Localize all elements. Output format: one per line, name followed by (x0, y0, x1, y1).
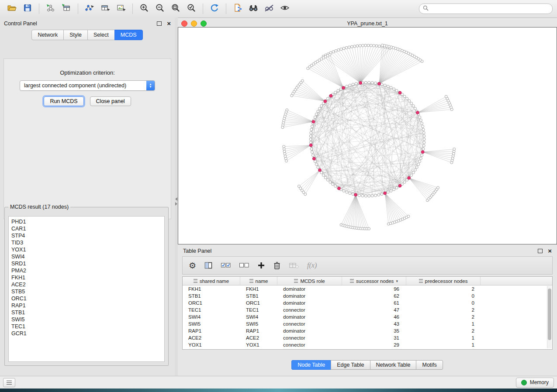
mcds-result-list[interactable]: PHD1CAR1STP4TID3YOX1SWI4SRD1PMA2FKH1ACE2… (8, 216, 165, 362)
tab-motifs[interactable]: Motifs (416, 360, 443, 370)
close-panel-button[interactable]: Close panel (90, 96, 131, 106)
table-cell: TEC1 (183, 307, 240, 313)
table-cell: 96 (342, 286, 406, 292)
zoom-selected-button[interactable] (184, 2, 199, 15)
close-panel-icon[interactable]: × (167, 21, 171, 26)
table-cell: YOX1 (240, 342, 277, 347)
save-button[interactable] (20, 2, 35, 15)
table-cell: RAP1 (240, 328, 277, 334)
table-vertical-scrollbar[interactable] (547, 286, 552, 348)
panel-splitter[interactable] (175, 17, 178, 376)
scrollbar-thumb[interactable] (548, 289, 551, 340)
table-cell: 62 (342, 293, 406, 299)
mcds-result-item[interactable]: STB5 (11, 288, 164, 295)
mcds-result-item[interactable]: YOX1 (11, 246, 164, 253)
column-header-name[interactable]: name (240, 277, 277, 285)
run-mcds-button[interactable]: Run MCDS (44, 96, 83, 106)
mcds-result-item[interactable]: ACE2 (11, 281, 164, 288)
table-cell: FKH1 (183, 286, 240, 292)
export-table-button[interactable] (98, 2, 113, 15)
table-row[interactable]: TEC1TEC1connector472 (183, 306, 552, 313)
sort-chevron-icon[interactable]: ▾ (396, 279, 398, 283)
table-row[interactable]: ACE2ACE2connector311 (183, 334, 552, 341)
delete-row-trash-icon[interactable] (273, 260, 281, 271)
table-row[interactable]: SWI5SWI5connector431 (183, 320, 552, 327)
splitter-collapse-icon[interactable] (175, 197, 178, 206)
control-panel-title: Control Panel (4, 21, 37, 27)
memory-button[interactable]: Memory (516, 378, 554, 388)
close-window-icon[interactable] (181, 21, 187, 27)
mcds-result-item[interactable]: GCR1 (11, 330, 164, 337)
table-row[interactable]: SWI4SWI4dominator462 (183, 313, 552, 320)
float-window-icon[interactable] (157, 21, 162, 26)
mcds-result-item[interactable]: CAR1 (11, 225, 164, 232)
mcds-result-item[interactable]: STP4 (11, 232, 164, 239)
import-table-button[interactable] (59, 2, 74, 15)
tab-style[interactable]: Style (63, 30, 88, 40)
network-canvas[interactable] (178, 27, 557, 244)
table-cell: SWI5 (183, 321, 240, 327)
mcds-result-item[interactable]: TEC1 (11, 323, 164, 330)
mcds-result-item[interactable]: PHD1 (11, 218, 164, 225)
float-window-icon[interactable] (538, 249, 543, 253)
add-row-icon[interactable] (257, 260, 265, 271)
zoom-in-button[interactable] (137, 2, 152, 15)
mcds-result-item[interactable]: RAP1 (11, 302, 164, 309)
search-network-button[interactable] (246, 2, 261, 15)
minimize-window-icon[interactable] (191, 21, 197, 27)
column-type-icon (419, 279, 423, 283)
maximize-window-icon[interactable] (201, 21, 207, 27)
tab-mcds[interactable]: MCDS (114, 30, 143, 40)
column-header-successor-nodes[interactable]: successor nodes ▾ (342, 277, 406, 285)
mcds-result-item[interactable]: SWI4 (11, 253, 164, 260)
show-graphics-details-button[interactable] (277, 2, 292, 15)
hamburger-icon (7, 381, 12, 385)
tab-node-table[interactable]: Node Table (291, 360, 331, 370)
import-network-button[interactable] (43, 2, 58, 15)
mcds-result-item[interactable]: TID3 (11, 239, 164, 246)
close-panel-icon[interactable]: × (548, 249, 552, 253)
table-row[interactable]: FKH1FKH1dominator962 (183, 285, 552, 292)
open-file-button[interactable] (4, 2, 19, 15)
mcds-result-item[interactable]: STB1 (11, 309, 164, 316)
network-graph[interactable] (178, 28, 557, 244)
export-network-button[interactable] (82, 2, 97, 15)
zoom-fit-button[interactable] (168, 2, 183, 15)
tab-edge-table[interactable]: Edge Table (331, 360, 370, 370)
search-icon (423, 5, 429, 13)
table-row[interactable]: RAP1RAP1dominator352 (183, 327, 552, 334)
mcds-result-item[interactable]: SWI5 (11, 316, 164, 323)
table-row[interactable]: ORC1ORC1dominator610 (183, 299, 552, 306)
refresh-button[interactable] (207, 2, 222, 15)
column-header-mcds-role[interactable]: MCDS role (277, 277, 342, 285)
table-row[interactable]: YOX1YOX1connector291 (183, 341, 552, 348)
table-cell: 2 (406, 286, 481, 292)
mcds-result-item[interactable]: PMA2 (11, 267, 164, 274)
column-selector-icon[interactable] (204, 260, 213, 271)
deselect-all-checkboxes-icon[interactable] (239, 260, 249, 271)
export-image-button[interactable] (114, 2, 128, 15)
mcds-result-item[interactable]: FKH1 (11, 274, 164, 281)
search-input[interactable] (431, 5, 549, 12)
table-cell: 46 (342, 314, 406, 320)
table-row[interactable]: STB1STB1dominator620 (183, 292, 552, 299)
column-header-predecessor-nodes[interactable]: predecessor nodes (406, 277, 481, 285)
zoom-fit-icon (171, 3, 180, 14)
select-all-checkboxes-icon[interactable] (221, 260, 231, 271)
refresh-icon (210, 3, 219, 14)
tab-network[interactable]: Network (31, 30, 64, 40)
zoom-out-button[interactable] (152, 2, 167, 15)
criterion-dropdown[interactable]: largest connected component (undirected)… (20, 80, 155, 91)
mcds-result-item[interactable]: ORC1 (11, 295, 164, 302)
toolbar-search[interactable] (419, 3, 553, 14)
mcds-tab-content: Optimization criterion: largest connecte… (3, 58, 171, 219)
table-row[interactable]: PHD1PHD1dominator180 (183, 348, 552, 350)
table-settings-gear-icon[interactable]: ⚙ (189, 260, 196, 271)
column-header-shared-name[interactable]: shared name (183, 277, 240, 285)
share-document-button[interactable] (230, 2, 245, 15)
tab-network-table[interactable]: Network Table (370, 360, 417, 370)
status-menu-button[interactable] (3, 378, 15, 387)
hide-graphics-details-button[interactable] (262, 2, 277, 15)
tab-select[interactable]: Select (87, 30, 115, 40)
mcds-result-item[interactable]: SRD1 (11, 260, 164, 267)
